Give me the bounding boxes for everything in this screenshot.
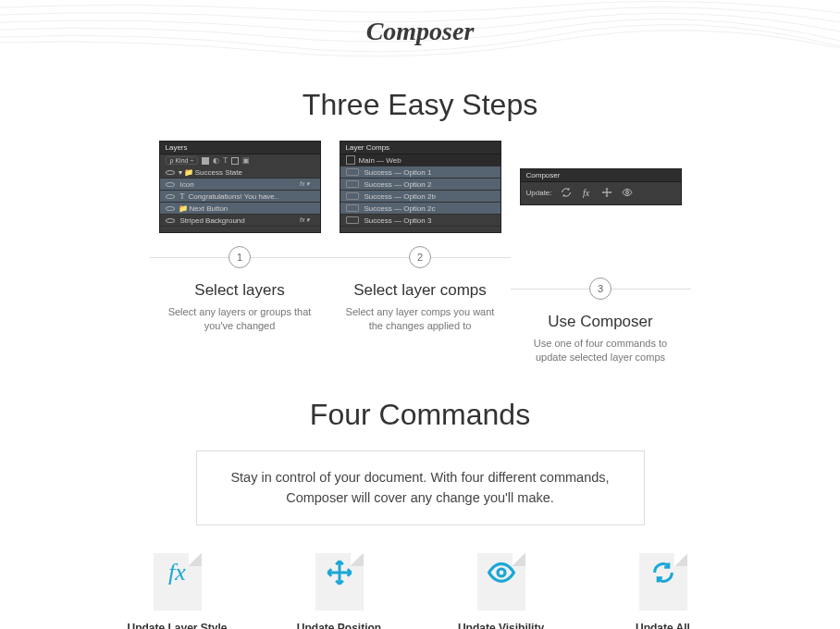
- visibility-icon: [166, 218, 175, 223]
- layer-row: TCongratulations! You have..: [160, 191, 320, 203]
- visibility-icon: [166, 194, 175, 199]
- visibility-icon: [166, 206, 175, 211]
- steps-row: Layers ρ Kind ÷ ◐ T ▣ ▾ 📁 Success State …: [0, 141, 840, 365]
- step-number: 1: [229, 246, 251, 268]
- filter-pixel-icon: [202, 157, 209, 165]
- filter-smart-icon: ▣: [242, 156, 250, 165]
- doc-icon: [315, 553, 364, 610]
- filter-shape-icon: [231, 157, 239, 165]
- command-all: Update All Use to sync the layer style, …: [591, 553, 735, 629]
- command-title: Update Layer Style: [105, 622, 249, 629]
- step-desc: Select any layers or groups that you've …: [159, 305, 321, 334]
- step-3: Composer Update: fx 3 Use Composer Use o…: [520, 141, 682, 365]
- layer-comps-panel: Layer Comps Main — Web Success — Option …: [340, 141, 501, 233]
- commands-intro: Stay in control of your document. With f…: [196, 450, 645, 526]
- command-position: Update Position Use to sync the position…: [267, 553, 411, 629]
- layer-row: 📁 Next Button: [160, 203, 320, 215]
- command-visibility: Update Visibility Use to sync the visibi…: [429, 553, 573, 629]
- command-title: Update Visibility: [429, 622, 573, 629]
- visibility-icon: [166, 182, 175, 187]
- comp-row: Success — Option 3: [340, 215, 500, 227]
- layer-row: Iconfx ▾: [160, 179, 320, 191]
- svg-point-0: [625, 191, 628, 194]
- panel-title: Layer Comps: [340, 142, 500, 154]
- filter-type-icon: T: [223, 156, 228, 165]
- step-number: 3: [589, 278, 611, 300]
- command-title: Update Position: [267, 622, 411, 629]
- move-icon: [326, 559, 353, 586]
- panel-title: Composer: [521, 169, 681, 182]
- commands-row: fx Update Layer Style Use to sync the la…: [0, 553, 840, 629]
- fx-icon: fx: [580, 186, 593, 199]
- doc-icon: [477, 553, 525, 610]
- comp-header-row: Main — Web: [340, 154, 500, 166]
- comp-row: Success — Option 2c: [340, 203, 500, 215]
- step-title: Select layer comps: [340, 281, 501, 300]
- refresh-icon: [650, 560, 676, 586]
- commands-heading: Four Commands: [0, 398, 840, 432]
- move-icon: [600, 186, 613, 199]
- layer-row: ▾ 📁 Success State: [160, 166, 320, 179]
- step-title: Select layers: [159, 281, 321, 300]
- step-title: Use Composer: [520, 313, 682, 331]
- command-title: Update All: [591, 622, 735, 629]
- brand-title: Composer: [0, 0, 840, 56]
- comp-row: Success — Option 2b: [340, 191, 500, 203]
- svg-point-1: [498, 569, 505, 576]
- comp-row: Success — Option 1: [340, 166, 500, 179]
- step-2: Layer Comps Main — Web Success — Option …: [340, 141, 501, 365]
- steps-heading: Three Easy Steps: [0, 88, 840, 122]
- command-layer-style: fx Update Layer Style Use to sync the la…: [105, 553, 249, 629]
- layer-row: Striped Backgroundfx ▾: [160, 215, 320, 227]
- step-number: 2: [409, 246, 431, 268]
- comp-row: Success — Option 2: [340, 179, 500, 191]
- fx-icon: fx: [168, 559, 186, 586]
- refresh-icon: [560, 186, 573, 199]
- update-label: Update:: [526, 189, 552, 197]
- visibility-icon: [166, 170, 175, 175]
- step-1: Layers ρ Kind ÷ ◐ T ▣ ▾ 📁 Success State …: [159, 141, 321, 365]
- kind-dropdown: ρ Kind ÷: [166, 156, 199, 165]
- composer-panel: Composer Update: fx: [520, 168, 682, 205]
- layers-toolbar: ρ Kind ÷ ◐ T ▣: [160, 154, 320, 166]
- eye-icon: [621, 186, 634, 199]
- layers-panel: Layers ρ Kind ÷ ◐ T ▣ ▾ 📁 Success State …: [159, 141, 321, 233]
- filter-adjust-icon: ◐: [213, 156, 219, 165]
- eye-icon: [487, 558, 516, 587]
- step-desc: Select any layer comps you want the chan…: [340, 305, 501, 334]
- panel-title: Layers: [160, 142, 320, 154]
- doc-icon: fx: [154, 553, 202, 610]
- doc-icon: [639, 553, 687, 610]
- step-desc: Use one of four commands to update selec…: [520, 337, 682, 365]
